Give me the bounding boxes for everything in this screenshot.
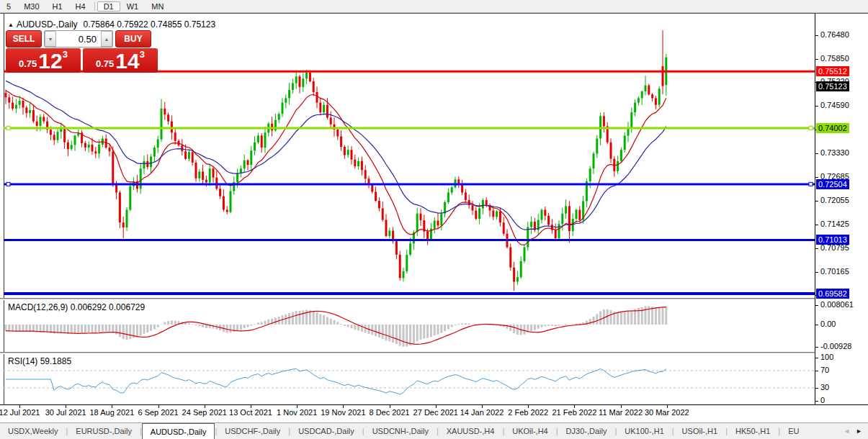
price-badge: 0.75512 — [816, 66, 849, 76]
chart-title: ▲AUDUSD-,Daily0.75864 0.75922 0.74855 0.… — [8, 19, 215, 30]
buy-price-prefix: 0.75 — [96, 58, 114, 69]
volume-input[interactable] — [56, 31, 101, 47]
date-label: 12 Jul 2021 — [0, 408, 40, 417]
sell-price-big-digits: 12 — [38, 51, 62, 71]
sell-button[interactable]: SELL — [6, 30, 42, 47]
chart-tab-dj30-daily[interactable]: DJ30-,Daily — [558, 423, 615, 439]
price-badge: 0.75123 — [816, 81, 849, 91]
rsi-tick-label-tick — [815, 358, 818, 358]
ohlc-readout: 0.75864 0.75922 0.74855 0.75123 — [84, 19, 216, 30]
one-click-trade-panel: SELL ▼ ▲ BUY 0.75 12 3 0.75 14 3 — [6, 30, 158, 73]
price-tick-label: 0.76480 — [820, 30, 849, 39]
tab-scroll-left-icon[interactable]: ◄ — [841, 427, 853, 435]
date-label: 21 Feb 2022 — [552, 408, 597, 417]
price-tick-label: 0.70165 — [820, 267, 849, 276]
timeframe-button-M30[interactable]: M30 — [17, 1, 45, 12]
chart-tab-xauusd-h4[interactable]: XAUUSD-,H4 — [439, 423, 503, 439]
chart-tab-usdcad-daily[interactable]: USDCAD-,Daily — [290, 423, 362, 439]
price-tick-label: 0.72055 — [820, 196, 849, 204]
price-scale[interactable]: 0.764800.758500.752200.745900.739600.733… — [815, 14, 868, 404]
chart-tab-eurusd-daily[interactable]: EURUSD-,Daily — [68, 423, 140, 439]
timeframe-button-H1[interactable]: H1 — [46, 1, 69, 12]
date-label: 27 Dec 2021 — [413, 408, 458, 417]
timeframe-toolbar[interactable]: 5M30H1H4D1W1MN — [0, 0, 868, 13]
buy-price-big-digits: 14 — [115, 51, 139, 71]
date-label: 24 Sep 2021 — [182, 408, 227, 417]
date-label: 1 Nov 2021 — [277, 408, 317, 417]
rsi-tick-label: 100 — [820, 353, 833, 361]
price-badge: 0.69582 — [816, 289, 849, 299]
timeframe-button-D1[interactable]: D1 — [97, 1, 120, 12]
sell-price-pipette: 3 — [63, 49, 68, 60]
price-tick-label-tick — [815, 106, 818, 107]
timeframe-button-H4[interactable]: H4 — [69, 1, 92, 12]
date-label: 18 Aug 2021 — [89, 408, 134, 417]
rsi-label: RSI(14) 59.1885 — [8, 356, 71, 366]
date-label: 30 Mar 2022 — [645, 408, 689, 417]
ema-slow-line — [6, 81, 666, 230]
tab-scroll-right-icon[interactable]: ► — [853, 427, 865, 435]
volume-decrease-icon[interactable]: ▼ — [45, 31, 56, 47]
price-tick-label-tick — [815, 201, 818, 202]
rsi-tick-label-tick — [815, 371, 818, 371]
chart-tab-audusd-daily[interactable]: AUDUSD-,Daily — [142, 423, 215, 439]
chart-tab-usoil-h1[interactable]: USOil-,H1 — [674, 423, 726, 439]
macd-tick-label-tick — [815, 305, 818, 306]
tab-scroll-arrows: ◄ ► — [841, 423, 868, 439]
macd-tick-label-tick — [815, 325, 818, 325]
price-tick-label: 0.71425 — [820, 220, 849, 228]
chart-tab-hk50-h1[interactable]: HK50-,H1 — [728, 423, 778, 439]
rsi-tick-label-tick — [815, 401, 818, 402]
sell-price-display[interactable]: 0.75 12 3 — [6, 48, 81, 73]
symbol-tabs: USDX,Weekly|EURUSD-,Daily|AUDUSD-,Daily|… — [0, 423, 807, 439]
panel-divider[interactable] — [0, 298, 868, 300]
symbol-tab-bar: USDX,Weekly|EURUSD-,Daily|AUDUSD-,Daily|… — [0, 422, 868, 439]
buy-button[interactable]: BUY — [115, 30, 151, 47]
price-tick-label-tick — [815, 248, 818, 249]
timeframe-button-5[interactable]: 5 — [0, 1, 17, 12]
macd-label: MACD(12,26,9) 0.006292 0.006729 — [8, 302, 145, 312]
ema-fast-line — [6, 91, 666, 245]
chart-tab-uk100-h1[interactable]: UK100-,H1 — [617, 423, 671, 439]
time-axis[interactable]: 12 Jul 202130 Jul 202118 Aug 20216 Sep 2… — [0, 404, 868, 420]
price-tick-label-tick — [815, 272, 818, 273]
price-badge: 0.71013 — [816, 235, 849, 245]
price-tick-label-tick — [815, 225, 818, 225]
date-label: 6 Sep 2021 — [138, 408, 178, 417]
chart-tab-usdx-weekly[interactable]: USDX,Weekly — [0, 423, 66, 439]
timeframe-button-MN[interactable]: MN — [145, 1, 170, 12]
rsi-tick-label: 0 — [820, 396, 825, 404]
date-label: 11 Mar 2022 — [599, 408, 643, 417]
chart-tab-eu[interactable]: EU — [780, 423, 807, 439]
price-tick-label-tick — [815, 153, 818, 154]
chart-tab-ukoil-h4[interactable]: UKOil-,H4 — [504, 423, 556, 439]
timeframe-button-W1[interactable]: W1 — [120, 1, 146, 12]
sell-price-prefix: 0.75 — [19, 58, 37, 69]
macd-tick-label: -0.00928 — [820, 342, 851, 350]
price-tick-label-tick — [815, 59, 818, 60]
buy-price-display[interactable]: 0.75 14 3 — [83, 48, 158, 73]
symbol-name: AUDUSD-,Daily — [17, 19, 78, 30]
chart-tab-usdcnh-daily[interactable]: USDCNH-,Daily — [364, 423, 437, 439]
rsi-tick-label: 70 — [820, 366, 829, 374]
date-label: 14 Jan 2022 — [460, 408, 504, 417]
date-label: 2 Feb 2022 — [508, 408, 548, 417]
symbol-marker-icon: ▲ — [8, 22, 14, 28]
macd-signal-line — [6, 307, 666, 345]
price-tick-label: 0.75850 — [820, 54, 849, 63]
date-label: 8 Dec 2021 — [369, 408, 409, 417]
volume-stepper: ▼ ▲ — [44, 30, 113, 47]
price-badge: 0.72504 — [816, 179, 849, 189]
panel-divider[interactable] — [0, 352, 868, 354]
volume-increase-icon[interactable]: ▲ — [101, 31, 112, 47]
price-badge: 0.74002 — [816, 123, 849, 133]
chart-tab-usdchf-daily[interactable]: USDCHF-,Daily — [217, 423, 288, 439]
price-tick-label: 0.73330 — [820, 148, 849, 157]
macd-tick-label: 0.008061 — [820, 300, 854, 309]
rsi-tick-label: 30 — [820, 383, 829, 392]
buy-price-pipette: 3 — [140, 49, 145, 60]
date-label: 13 Oct 2021 — [229, 408, 272, 417]
rsi-tick-label-tick — [815, 388, 818, 389]
macd-tick-label-tick — [815, 347, 818, 348]
rsi-line — [6, 368, 666, 394]
